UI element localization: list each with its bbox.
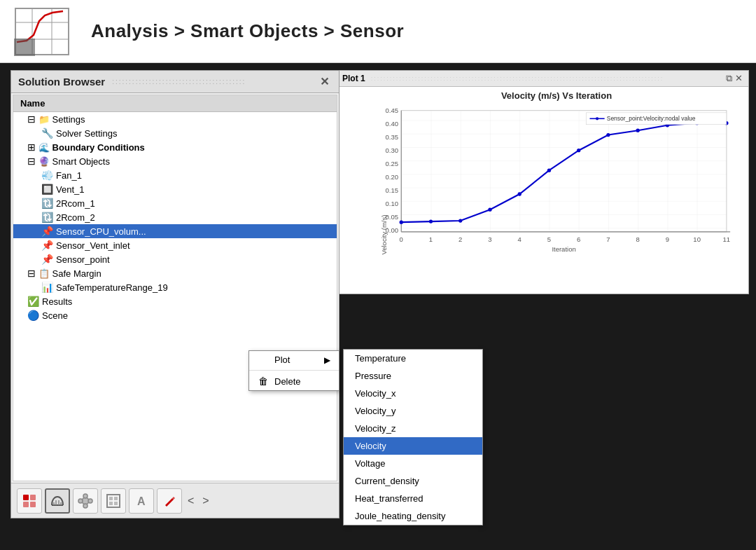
submenu-arrow: ▶ (324, 355, 330, 365)
tree-item-2rcom1[interactable]: 🔃2Rcom_1 (13, 196, 337, 210)
tree-item-scene[interactable]: 🔵Scene (13, 308, 337, 322)
close-button[interactable]: ✕ (317, 75, 332, 88)
svg-rect-6 (23, 495, 29, 500)
tree-expand-icon: 🔧 (41, 128, 53, 139)
tree-item-results[interactable]: ✅Results (13, 294, 337, 308)
svg-text:7: 7 (606, 235, 610, 243)
submenu-current-density[interactable]: Current_density (344, 472, 482, 490)
plot-title: Plot 1 (342, 74, 365, 83)
svg-rect-8 (23, 502, 29, 507)
tree-indent (13, 310, 27, 321)
tree-item-label: 🌊 Boundary Conditions (38, 142, 145, 153)
tree-item-label: Vent_1 (56, 184, 85, 195)
tree-indent (13, 170, 41, 181)
svg-text:Iteration: Iteration (552, 245, 575, 253)
tree-item-label: Solver Settings (56, 128, 117, 139)
tree-expand-icon: ✅ (27, 296, 39, 307)
delete-icon: 🗑 (258, 376, 269, 387)
svg-text:0.25: 0.25 (386, 160, 399, 167)
tree-expand-icon: 🔵 (27, 310, 39, 321)
submenu-velocity-z[interactable]: Velocity_z (344, 420, 482, 437)
tree-item-label: Fan_1 (56, 170, 82, 181)
tree-expand-icon: 📌 (41, 226, 53, 237)
solution-browser-title: Solution Browser (18, 76, 105, 88)
submenu-voltage[interactable]: Voltage (344, 455, 482, 472)
tree-item-label: 🔮 Smart Objects (38, 156, 110, 167)
svg-text:0.45: 0.45 (386, 106, 399, 114)
tree-expand-icon: 📊 (41, 282, 53, 293)
svg-text:Velocity (m/s): Velocity (m/s) (380, 215, 388, 255)
submenu-velocity-y[interactable]: Velocity_y (344, 402, 482, 420)
tree-item-vent1[interactable]: 🔲Vent_1 (13, 182, 337, 196)
tree-item-smart_objects[interactable]: ⊟🔮 Smart Objects (13, 154, 337, 168)
submenu-joule-heating[interactable]: Joule_heating_density (344, 507, 482, 525)
submenu-velocity[interactable]: Velocity (344, 437, 482, 455)
svg-text:0: 0 (400, 235, 403, 243)
tree-item-label: SafeTemperatureRange_19 (56, 282, 168, 293)
plot-float-btn[interactable]: ⧉ (726, 73, 732, 84)
tree-item-sensor_vent[interactable]: 📌Sensor_Vent_inlet (13, 238, 337, 252)
tree-item-settings[interactable]: ⊟📁 Settings (13, 112, 337, 126)
tree-item-label: 2Rcom_2 (56, 212, 95, 223)
chart-svg: 0.00 0.05 0.10 0.15 0.20 0.25 0.30 0.35 … (372, 104, 741, 258)
tree-item-sensor_cpu[interactable]: 📌Sensor_CPU_volum... (13, 224, 337, 238)
tree-item-label: 📁 Settings (38, 114, 85, 125)
logo-area (14, 7, 70, 56)
plot-close-btn[interactable]: ✕ (735, 73, 743, 84)
toolbar-btn-1[interactable] (17, 488, 42, 514)
tree-indent (13, 240, 41, 251)
svg-point-59 (606, 133, 610, 137)
browser-toolbar: A < > (11, 483, 339, 518)
tree-expand-icon: 🔲 (41, 184, 53, 195)
toolbar-btn-2[interactable] (45, 488, 70, 514)
tree-indent (13, 114, 27, 125)
svg-text:0.40: 0.40 (386, 120, 399, 128)
nav-prev[interactable]: < (185, 493, 197, 509)
ctx-delete-label: Delete (274, 376, 301, 387)
svg-text:5: 5 (547, 235, 551, 243)
plot-controls: ⧉ ✕ (726, 73, 743, 84)
nav-next[interactable]: > (200, 493, 211, 509)
svg-text:Sensor_point:Velocity:nodal va: Sensor_point:Velocity:nodal value (607, 115, 696, 122)
svg-point-58 (577, 149, 580, 152)
tree-item-sensor_point[interactable]: 📌Sensor_point (13, 252, 337, 266)
tree-expand-icon: 💨 (41, 170, 53, 181)
ctx-plot-label: Plot (274, 355, 290, 365)
solution-browser-dots: :::::::::::::::::::::::::::::::::::::::: (112, 78, 310, 85)
tree-indent (13, 226, 41, 237)
svg-rect-5 (14, 39, 35, 56)
ctx-menu-delete[interactable]: 🗑 Delete (249, 372, 339, 390)
tree-item-boundary[interactable]: ⊞🌊 Boundary Conditions (13, 140, 337, 154)
tree-expand-icon: ⊟ (27, 114, 36, 125)
tree-indent (13, 128, 41, 139)
tree-expand-icon: 🔃 (41, 212, 53, 223)
tree-item-safe_margin[interactable]: ⊟📋 Safe Margin (13, 266, 337, 280)
tree-indent (13, 156, 27, 167)
tree-expand-icon: 📌 (41, 254, 53, 265)
ctx-menu-plot[interactable]: Plot ▶ (249, 351, 339, 369)
context-menu: Plot ▶ 🗑 Delete (248, 350, 340, 391)
tree-item-safe_temp[interactable]: 📊SafeTemperatureRange_19 (13, 280, 337, 294)
submenu-velocity-x[interactable]: Velocity_x (344, 385, 482, 402)
tree-item-fan1[interactable]: 💨Fan_1 (13, 168, 337, 182)
plot-area: Velocity (m/s) Vs Iteration 0.00 0.05 0.… (337, 87, 748, 283)
submenu-pressure[interactable]: Pressure (344, 367, 482, 385)
toolbar-btn-3[interactable] (73, 488, 98, 514)
svg-point-52 (400, 220, 403, 224)
svg-text:2: 2 (458, 235, 462, 243)
tree-item-2rcom2[interactable]: 🔃2Rcom_2 (13, 210, 337, 224)
toolbar-btn-4[interactable] (101, 488, 126, 514)
toolbar-btn-5[interactable]: A (129, 488, 154, 514)
svg-text:10: 10 (693, 235, 701, 243)
svg-text:1: 1 (429, 235, 433, 243)
tree-container: Name ⊟📁 Settings 🔧Solver Settings ⊞🌊 Bou… (13, 95, 337, 481)
tree-item-label: 2Rcom_1 (56, 198, 95, 209)
tree-indent (13, 212, 41, 223)
submenu-heat-transferred[interactable]: Heat_transferred (344, 490, 482, 507)
toolbar-btn-6[interactable] (157, 488, 182, 514)
tree-content: ⊟📁 Settings 🔧Solver Settings ⊞🌊 Boundary… (13, 112, 337, 322)
submenu-temperature[interactable]: Temperature (344, 350, 482, 367)
tree-item-label: Scene (42, 310, 68, 321)
tree-item-solver_settings[interactable]: 🔧Solver Settings (13, 126, 337, 140)
svg-point-17 (83, 494, 88, 498)
